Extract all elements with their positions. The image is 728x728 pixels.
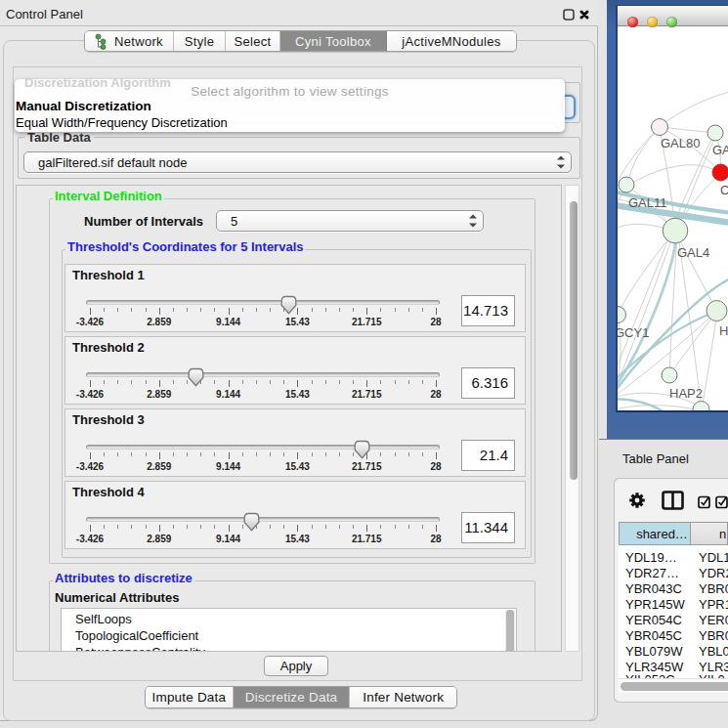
- svg-text:H: H: [719, 323, 728, 338]
- svg-text:GAL80: GAL80: [661, 136, 700, 150]
- svg-text:GAL11: GAL11: [628, 195, 667, 210]
- svg-text:C: C: [720, 183, 728, 197]
- svg-text:GA: GA: [712, 143, 728, 157]
- svg-text:GAL4: GAL4: [677, 245, 709, 260]
- svg-text:HAP2: HAP2: [669, 386, 703, 401]
- svg-text:GCY1: GCY1: [618, 325, 649, 340]
